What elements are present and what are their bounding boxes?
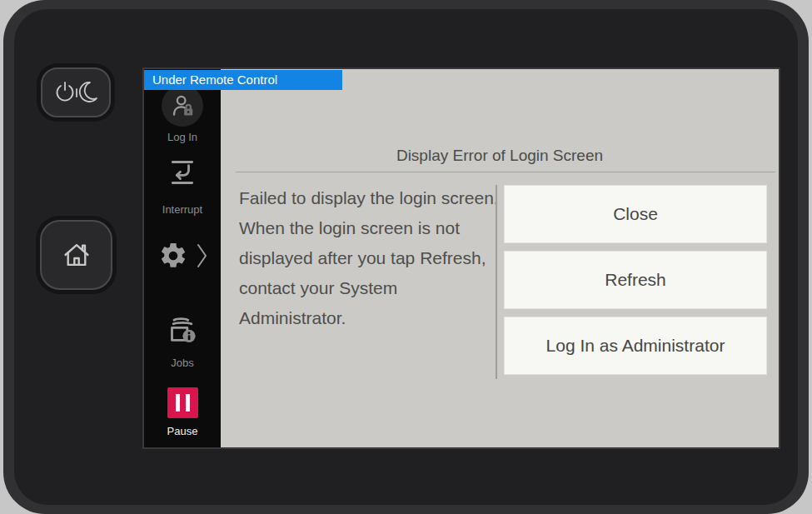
- remote-control-banner: Under Remote Control: [144, 70, 342, 90]
- refresh-button[interactable]: Refresh: [504, 251, 767, 309]
- error-message: Failed to display the login screen. When…: [239, 183, 499, 333]
- power-moon-icon: [52, 79, 100, 106]
- user-lock-icon: [162, 85, 203, 127]
- touchscreen: Under Remote Control Log In: [144, 69, 779, 447]
- close-button[interactable]: Close: [504, 185, 767, 243]
- sidebar-item-pause[interactable]: Pause: [144, 387, 221, 437]
- sidebar-item-interrupt[interactable]: Interrupt: [144, 156, 221, 216]
- home-button[interactable]: [40, 220, 112, 290]
- login-as-administrator-button[interactable]: Log In as Administrator: [504, 317, 767, 375]
- jobs-info-icon: [166, 312, 199, 346]
- error-message-line-1: Failed to display the login screen.: [239, 183, 499, 213]
- sidebar-label-interrupt: Interrupt: [144, 203, 221, 216]
- sidebar-item-jobs[interactable]: Jobs: [144, 312, 221, 369]
- sidebar: Log In Interrupt: [144, 69, 221, 447]
- dialog-title: Display Error of Login Screen: [221, 147, 779, 165]
- error-dialog: Display Error of Login Screen Failed to …: [221, 69, 779, 447]
- vertical-divider: [496, 185, 497, 379]
- chevron-right-icon: [197, 242, 207, 269]
- sidebar-label-pause: Pause: [144, 425, 221, 437]
- sidebar-label-jobs: Jobs: [144, 357, 221, 369]
- interrupt-icon: [166, 156, 199, 189]
- sidebar-label-login: Log In: [144, 131, 221, 143]
- dialog-buttons: Close Refresh Log In as Administrator: [504, 185, 767, 375]
- sidebar-item-settings[interactable]: [144, 241, 221, 271]
- pause-icon: [167, 387, 198, 418]
- sidebar-item-login[interactable]: Log In: [144, 85, 221, 143]
- error-message-line-2: When the login screen is not displayed a…: [239, 213, 499, 333]
- power-energy-saver-button[interactable]: [41, 67, 111, 117]
- gear-icon: [158, 241, 188, 271]
- title-divider: [236, 172, 775, 172]
- home-icon: [61, 239, 92, 271]
